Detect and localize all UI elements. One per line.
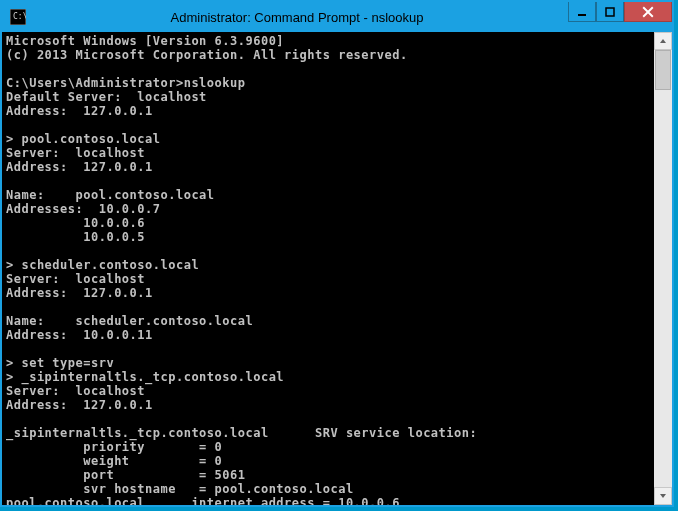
cmd-icon: C:\ <box>10 9 26 25</box>
scroll-track[interactable] <box>654 50 672 487</box>
close-button[interactable] <box>624 2 672 22</box>
maximize-button[interactable] <box>596 2 624 22</box>
window-buttons <box>568 2 672 24</box>
svg-text:C:\: C:\ <box>13 12 26 21</box>
scroll-up-button[interactable] <box>654 32 672 50</box>
titlebar[interactable]: C:\ Administrator: Command Prompt - nslo… <box>2 2 672 32</box>
window-body: Microsoft Windows [Version 6.3.9600] (c)… <box>2 32 672 505</box>
scrollbar[interactable] <box>654 32 672 505</box>
svg-rect-4 <box>606 8 614 16</box>
terminal-output[interactable]: Microsoft Windows [Version 6.3.9600] (c)… <box>2 32 654 505</box>
window-title: Administrator: Command Prompt - nslookup <box>26 10 568 25</box>
minimize-button[interactable] <box>568 2 596 22</box>
svg-rect-3 <box>578 14 586 16</box>
scroll-thumb[interactable] <box>655 50 671 90</box>
scroll-down-button[interactable] <box>654 487 672 505</box>
command-prompt-window: C:\ Administrator: Command Prompt - nslo… <box>0 0 674 507</box>
